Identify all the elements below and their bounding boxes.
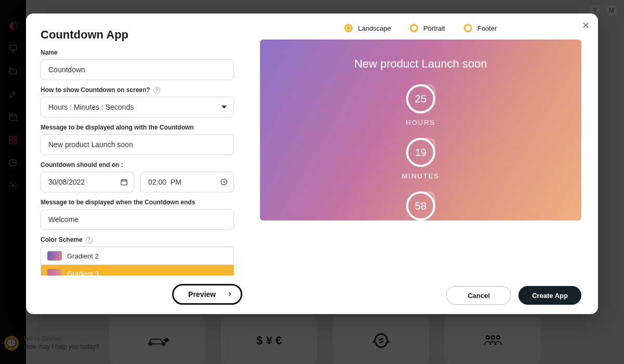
radio-icon: [344, 24, 353, 32]
color-scheme-list: Gradient 2 Gradient 3 Gradient 4: [41, 246, 234, 276]
preview-canvas: New product Launch soon 25 HOURS 19 MINU…: [260, 40, 581, 220]
countdown-modal: ✕ Countdown App Name How to show Countdo…: [26, 14, 598, 314]
swatch-icon: [47, 269, 62, 276]
unit-minutes: 19 MINUTES: [402, 138, 440, 180]
ring-minutes: 19: [406, 138, 435, 167]
form-panel: Countdown App Name How to show Countdown…: [26, 14, 255, 314]
name-label: Name: [41, 49, 234, 56]
end-message-label: Message to be displayed when the Countdo…: [41, 199, 234, 206]
swatch-icon: [47, 251, 62, 261]
color-option-gradient-3[interactable]: Gradient 3: [41, 265, 233, 276]
orientation-toggle: Landscape Portrait Footer: [260, 24, 581, 32]
message-label: Message to be displayed along with the C…: [41, 124, 234, 131]
cancel-button[interactable]: Cancel: [446, 286, 511, 305]
help-icon[interactable]: ?: [153, 87, 160, 94]
color-scheme-label: Color Scheme ?: [41, 236, 234, 243]
end-on-label: Countdown should end on :: [41, 161, 234, 168]
ring-hours: 25: [406, 84, 435, 113]
orientation-landscape[interactable]: Landscape: [344, 24, 391, 32]
display-mode-select[interactable]: [41, 97, 234, 118]
display-mode-label: How to show Countdown on screen? ?: [41, 86, 234, 94]
orientation-footer[interactable]: Footer: [464, 24, 497, 32]
label-hours: HOURS: [406, 119, 436, 126]
end-message-input[interactable]: [41, 209, 234, 230]
unit-hours: 25 HOURS: [406, 84, 436, 126]
end-date-input[interactable]: [41, 172, 134, 192]
form-scroll[interactable]: Name How to show Countdown on screen? ? …: [41, 49, 242, 276]
modal-overlay: ✕ Countdown App Name How to show Countdo…: [0, 0, 624, 364]
modal-actions: Cancel Create App: [260, 279, 581, 305]
create-app-button[interactable]: Create App: [518, 286, 581, 305]
orientation-portrait[interactable]: Portrait: [410, 24, 445, 32]
ring-seconds: 58: [406, 191, 435, 220]
radio-icon: [464, 24, 472, 32]
message-input[interactable]: [41, 134, 234, 155]
radio-icon: [410, 24, 418, 32]
canvas-title: New product Launch soon: [354, 57, 487, 71]
unit-seconds: 58 SECONDS: [400, 191, 441, 220]
modal-title: Countdown App: [41, 28, 242, 42]
preview-button[interactable]: Preview: [172, 284, 242, 305]
help-icon[interactable]: ?: [86, 237, 93, 243]
label-minutes: MINUTES: [402, 172, 440, 180]
end-time-input[interactable]: [140, 172, 234, 192]
color-option-gradient-2[interactable]: Gradient 2: [41, 247, 233, 265]
name-input[interactable]: [41, 59, 234, 80]
preview-panel: Landscape Portrait Footer New product La…: [255, 14, 598, 314]
